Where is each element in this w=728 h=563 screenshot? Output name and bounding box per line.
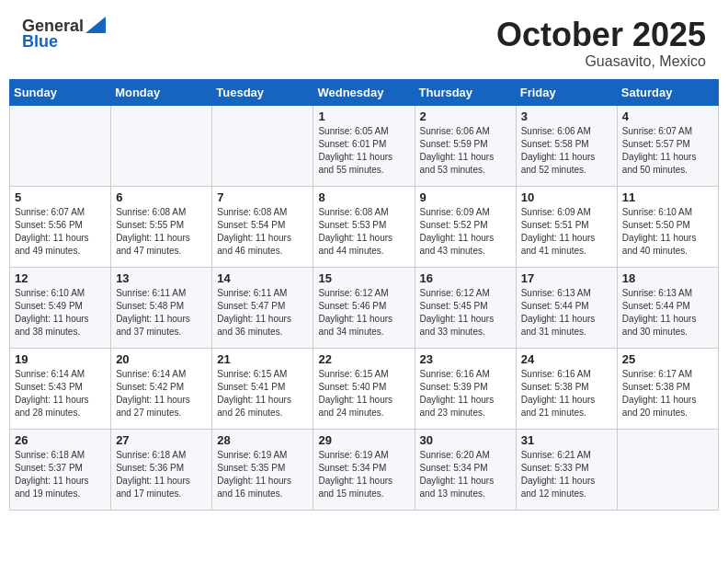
day-number: 11	[622, 190, 713, 204]
day-info: Sunrise: 6:13 AM Sunset: 5:44 PM Dayligh…	[521, 287, 612, 339]
logo: General Blue	[22, 17, 106, 52]
title-block: October 2025 Guasavito, Mexico	[496, 17, 706, 70]
day-info: Sunrise: 6:10 AM Sunset: 5:49 PM Dayligh…	[15, 287, 106, 339]
day-info: Sunrise: 6:16 AM Sunset: 5:39 PM Dayligh…	[420, 368, 511, 419]
day-info: Sunrise: 6:08 AM Sunset: 5:54 PM Dayligh…	[217, 206, 308, 258]
calendar-cell	[10, 105, 111, 186]
svg-marker-0	[85, 17, 106, 33]
day-info: Sunrise: 6:10 AM Sunset: 5:50 PM Dayligh…	[622, 206, 713, 258]
calendar-cell: 22Sunrise: 6:15 AM Sunset: 5:40 PM Dayli…	[313, 348, 415, 429]
day-info: Sunrise: 6:14 AM Sunset: 5:43 PM Dayligh…	[15, 368, 106, 419]
calendar-cell	[111, 105, 212, 186]
weekday-header-wednesday: Wednesday	[313, 79, 415, 105]
calendar-table: SundayMondayTuesdayWednesdayThursdayFrid…	[9, 79, 719, 511]
weekday-header-thursday: Thursday	[415, 79, 516, 105]
day-number: 25	[622, 352, 713, 366]
day-number: 10	[521, 190, 612, 204]
day-info: Sunrise: 6:09 AM Sunset: 5:52 PM Dayligh…	[420, 206, 511, 258]
day-number: 26	[15, 433, 106, 447]
calendar-week-3: 12Sunrise: 6:10 AM Sunset: 5:49 PM Dayli…	[10, 267, 719, 348]
day-info: Sunrise: 6:19 AM Sunset: 5:35 PM Dayligh…	[217, 449, 308, 500]
day-info: Sunrise: 6:07 AM Sunset: 5:56 PM Dayligh…	[15, 206, 106, 258]
calendar-cell: 9Sunrise: 6:09 AM Sunset: 5:52 PM Daylig…	[415, 186, 516, 267]
day-info: Sunrise: 6:08 AM Sunset: 5:53 PM Dayligh…	[318, 206, 409, 258]
weekday-header-saturday: Saturday	[617, 79, 718, 105]
day-number: 9	[420, 190, 511, 204]
day-number: 29	[318, 433, 409, 447]
location: Guasavito, Mexico	[496, 53, 706, 70]
calendar-week-2: 5Sunrise: 6:07 AM Sunset: 5:56 PM Daylig…	[10, 186, 719, 267]
calendar-cell: 15Sunrise: 6:12 AM Sunset: 5:46 PM Dayli…	[313, 267, 415, 348]
day-info: Sunrise: 6:17 AM Sunset: 5:38 PM Dayligh…	[622, 368, 713, 419]
weekday-header-row: SundayMondayTuesdayWednesdayThursdayFrid…	[10, 79, 719, 105]
day-number: 17	[521, 271, 612, 285]
day-info: Sunrise: 6:20 AM Sunset: 5:34 PM Dayligh…	[420, 449, 511, 500]
day-info: Sunrise: 6:13 AM Sunset: 5:44 PM Dayligh…	[622, 287, 713, 339]
day-info: Sunrise: 6:12 AM Sunset: 5:45 PM Dayligh…	[420, 287, 511, 339]
day-number: 7	[217, 190, 308, 204]
day-number: 22	[318, 352, 409, 366]
calendar-cell: 28Sunrise: 6:19 AM Sunset: 5:35 PM Dayli…	[212, 429, 313, 510]
day-info: Sunrise: 6:08 AM Sunset: 5:55 PM Dayligh…	[116, 206, 207, 258]
day-info: Sunrise: 6:05 AM Sunset: 6:01 PM Dayligh…	[318, 125, 409, 177]
day-number: 8	[318, 190, 409, 204]
day-number: 3	[521, 109, 612, 123]
calendar-cell: 18Sunrise: 6:13 AM Sunset: 5:44 PM Dayli…	[617, 267, 718, 348]
day-info: Sunrise: 6:11 AM Sunset: 5:47 PM Dayligh…	[217, 287, 308, 339]
day-number: 5	[15, 190, 106, 204]
day-number: 13	[116, 271, 207, 285]
day-number: 21	[217, 352, 308, 366]
calendar-cell: 5Sunrise: 6:07 AM Sunset: 5:56 PM Daylig…	[10, 186, 111, 267]
day-number: 20	[116, 352, 207, 366]
day-number: 4	[622, 109, 713, 123]
day-number: 15	[318, 271, 409, 285]
day-info: Sunrise: 6:07 AM Sunset: 5:57 PM Dayligh…	[622, 125, 713, 177]
day-number: 31	[521, 433, 612, 447]
calendar-cell: 13Sunrise: 6:11 AM Sunset: 5:48 PM Dayli…	[111, 267, 212, 348]
day-info: Sunrise: 6:16 AM Sunset: 5:38 PM Dayligh…	[521, 368, 612, 419]
calendar-week-4: 19Sunrise: 6:14 AM Sunset: 5:43 PM Dayli…	[10, 348, 719, 429]
calendar-cell: 17Sunrise: 6:13 AM Sunset: 5:44 PM Dayli…	[516, 267, 617, 348]
day-number: 19	[15, 352, 106, 366]
calendar-cell: 3Sunrise: 6:06 AM Sunset: 5:58 PM Daylig…	[516, 105, 617, 186]
day-number: 30	[420, 433, 511, 447]
calendar-cell: 12Sunrise: 6:10 AM Sunset: 5:49 PM Dayli…	[10, 267, 111, 348]
calendar-cell: 6Sunrise: 6:08 AM Sunset: 5:55 PM Daylig…	[111, 186, 212, 267]
calendar-cell: 4Sunrise: 6:07 AM Sunset: 5:57 PM Daylig…	[617, 105, 718, 186]
day-number: 2	[420, 109, 511, 123]
calendar-cell: 2Sunrise: 6:06 AM Sunset: 5:59 PM Daylig…	[415, 105, 516, 186]
day-info: Sunrise: 6:06 AM Sunset: 5:58 PM Dayligh…	[521, 125, 612, 177]
calendar-cell: 25Sunrise: 6:17 AM Sunset: 5:38 PM Dayli…	[617, 348, 718, 429]
calendar-cell: 27Sunrise: 6:18 AM Sunset: 5:36 PM Dayli…	[111, 429, 212, 510]
weekday-header-tuesday: Tuesday	[212, 79, 313, 105]
day-info: Sunrise: 6:21 AM Sunset: 5:33 PM Dayligh…	[521, 449, 612, 500]
day-info: Sunrise: 6:18 AM Sunset: 5:36 PM Dayligh…	[116, 449, 207, 500]
day-number: 23	[420, 352, 511, 366]
weekday-header-monday: Monday	[111, 79, 212, 105]
day-number: 12	[15, 271, 106, 285]
day-number: 27	[116, 433, 207, 447]
logo-icon	[85, 17, 106, 33]
day-info: Sunrise: 6:15 AM Sunset: 5:41 PM Dayligh…	[217, 368, 308, 419]
calendar-cell: 29Sunrise: 6:19 AM Sunset: 5:34 PM Dayli…	[313, 429, 415, 510]
day-info: Sunrise: 6:12 AM Sunset: 5:46 PM Dayligh…	[318, 287, 409, 339]
day-number: 28	[217, 433, 308, 447]
calendar-cell: 31Sunrise: 6:21 AM Sunset: 5:33 PM Dayli…	[516, 429, 617, 510]
calendar-cell: 11Sunrise: 6:10 AM Sunset: 5:50 PM Dayli…	[617, 186, 718, 267]
calendar-header: SundayMondayTuesdayWednesdayThursdayFrid…	[10, 79, 719, 105]
day-info: Sunrise: 6:09 AM Sunset: 5:51 PM Dayligh…	[521, 206, 612, 258]
day-info: Sunrise: 6:06 AM Sunset: 5:59 PM Dayligh…	[420, 125, 511, 177]
day-info: Sunrise: 6:18 AM Sunset: 5:37 PM Dayligh…	[15, 449, 106, 500]
calendar-cell: 14Sunrise: 6:11 AM Sunset: 5:47 PM Dayli…	[212, 267, 313, 348]
month-title: October 2025	[496, 17, 706, 53]
page-header: General Blue October 2025 Guasavito, Mex…	[0, 0, 728, 79]
day-number: 1	[318, 109, 409, 123]
calendar-week-1: 1Sunrise: 6:05 AM Sunset: 6:01 PM Daylig…	[10, 105, 719, 186]
calendar-cell: 21Sunrise: 6:15 AM Sunset: 5:41 PM Dayli…	[212, 348, 313, 429]
calendar-cell: 1Sunrise: 6:05 AM Sunset: 6:01 PM Daylig…	[313, 105, 415, 186]
calendar-cell: 24Sunrise: 6:16 AM Sunset: 5:38 PM Dayli…	[516, 348, 617, 429]
calendar-week-5: 26Sunrise: 6:18 AM Sunset: 5:37 PM Dayli…	[10, 429, 719, 510]
day-info: Sunrise: 6:14 AM Sunset: 5:42 PM Dayligh…	[116, 368, 207, 419]
calendar-cell: 8Sunrise: 6:08 AM Sunset: 5:53 PM Daylig…	[313, 186, 415, 267]
calendar-cell: 30Sunrise: 6:20 AM Sunset: 5:34 PM Dayli…	[415, 429, 516, 510]
